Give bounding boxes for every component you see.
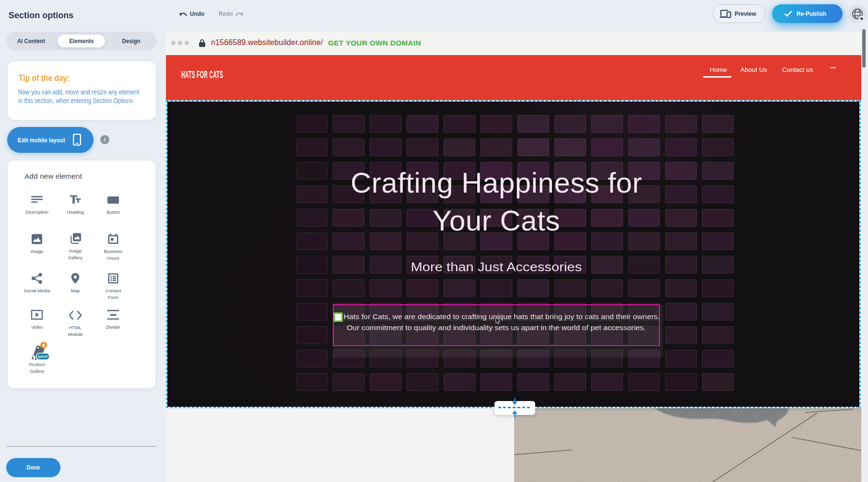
- svg-text:SHOP: SHOP: [37, 355, 48, 359]
